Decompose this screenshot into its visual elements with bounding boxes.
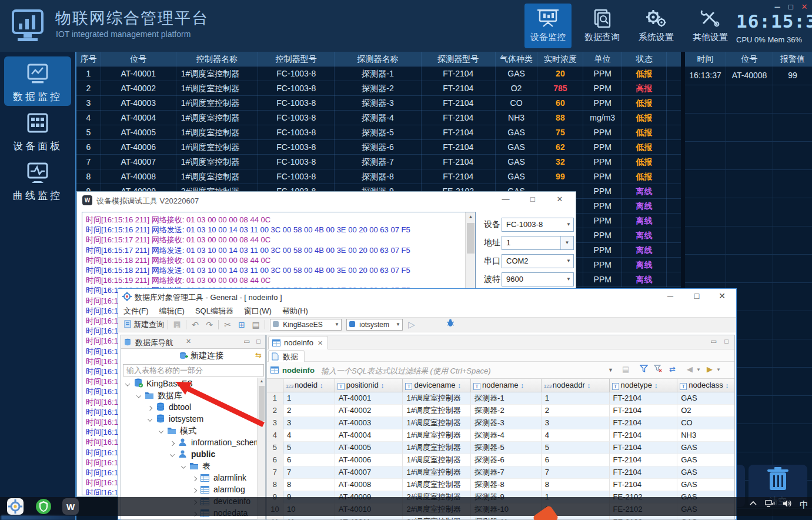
table-row[interactable]: 7AT-400071#调度室控制器FC-1003-8探测器-7FT-2104GA… bbox=[76, 155, 681, 169]
filter-dropdown-icon[interactable]: ▼ bbox=[608, 367, 613, 373]
nav-item-4[interactable]: 其他设置 bbox=[687, 4, 734, 48]
chevron-right-icon[interactable] bbox=[148, 406, 152, 411]
sort-icon[interactable]: ↕ bbox=[726, 382, 729, 389]
grid-column-header-nodeid[interactable]: 123nodeid↕ bbox=[283, 379, 335, 392]
navigator-tab-close-icon[interactable]: ✕ bbox=[186, 338, 191, 345]
debug-maximize-button[interactable]: □ bbox=[526, 195, 539, 204]
window-minimize-button[interactable]: ─ bbox=[772, 2, 783, 11]
chevron-down-icon[interactable] bbox=[181, 464, 186, 468]
chevron-right-icon[interactable] bbox=[170, 441, 175, 446]
prev-page-icon[interactable]: ◀ bbox=[687, 365, 693, 374]
table-name-filter-input[interactable]: 输入表格名称的一部分 bbox=[123, 364, 264, 376]
window-close-button[interactable]: ✕ bbox=[799, 2, 810, 11]
combobox-波特[interactable]: 9600▼ bbox=[502, 272, 574, 286]
sort-icon[interactable]: ↕ bbox=[587, 382, 591, 389]
taskbar-w-app-icon[interactable]: W bbox=[62, 498, 79, 517]
tab-close-icon[interactable]: ✕ bbox=[318, 339, 323, 346]
tree-item-public[interactable]: public bbox=[121, 448, 258, 460]
chevron-right-icon[interactable] bbox=[192, 476, 197, 481]
clear-filter-icon[interactable] bbox=[654, 365, 662, 374]
debug-titlebar[interactable]: W 设备模拟调试工具 V20220607 — □ ✕ bbox=[77, 192, 576, 208]
tray-expand-icon[interactable] bbox=[749, 499, 757, 509]
frame-icon[interactable]: ⊞ bbox=[236, 318, 247, 332]
grid-row[interactable]: 55AT-400051#调度室控制器探测器-55FT-2104GAS bbox=[267, 442, 734, 454]
grid-row[interactable]: 1111AT-400112#调度室控制器探测器-113FE-2102GAS bbox=[267, 516, 734, 519]
navigator-tab[interactable]: 数据库导航 bbox=[135, 338, 173, 348]
tree-item-KingBaseES[interactable]: KingBaseES bbox=[121, 378, 258, 389]
table-row[interactable]: 1AT-400011#调度室控制器FC-1003-8探测器-1FT-2104GA… bbox=[76, 66, 681, 81]
save-filter-icon[interactable]: ▤ bbox=[622, 365, 629, 374]
run-icon[interactable]: ▷ bbox=[406, 318, 417, 332]
table-row[interactable]: 4AT-400041#调度室控制器FC-1003-8探测器-4FT-2104NH… bbox=[76, 111, 681, 125]
paste-icon[interactable]: ▤ bbox=[250, 318, 261, 332]
sort-icon[interactable]: ↕ bbox=[458, 382, 462, 389]
network-icon[interactable] bbox=[765, 499, 775, 509]
filter-funnel-icon[interactable] bbox=[640, 365, 648, 374]
chevron-down-icon[interactable] bbox=[148, 416, 152, 421]
menu-item-3[interactable]: SQL编辑器 bbox=[190, 304, 239, 318]
table-row[interactable]: 3AT-400031#调度室控制器FC-1003-8探测器-3FT-2104CO… bbox=[76, 96, 681, 111]
transfer-icon[interactable]: ⇄ bbox=[669, 365, 676, 374]
grid-row[interactable]: 88AT-400081#调度室控制器探测器-88FT-2104GAS bbox=[267, 479, 734, 491]
tree-item-模式[interactable]: 模式 bbox=[121, 425, 258, 436]
taskbar-shield-app-icon[interactable] bbox=[35, 498, 52, 517]
table-row[interactable]: 8AT-400081#调度室控制器FC-1003-8探测器-8FT-2104GA… bbox=[76, 169, 681, 184]
tree-item-dbtool[interactable]: dbtool bbox=[121, 401, 258, 413]
navigator-maximize-icon[interactable]: □ bbox=[256, 338, 260, 345]
subtab-data[interactable]: 数据 bbox=[268, 350, 305, 362]
nav-item-3[interactable]: 系统设置 bbox=[633, 4, 680, 48]
undo-icon[interactable]: ↶ bbox=[190, 318, 201, 332]
schema-combobox[interactable]: iotsystem▼ bbox=[346, 319, 403, 331]
taskbar-settings-app-icon[interactable] bbox=[7, 498, 24, 517]
table-row[interactable]: 2AT-400021#调度室控制器FC-1003-8探测器-2FT-2104O2… bbox=[76, 81, 681, 96]
editor-minimize-icon[interactable]: ▭ bbox=[711, 338, 717, 345]
tree-item-information_schem[interactable]: information_schem bbox=[121, 436, 258, 448]
link-editor-icon[interactable]: ⇆ bbox=[255, 351, 262, 359]
next-dropdown-icon[interactable]: ▼ bbox=[716, 367, 721, 372]
table-row[interactable]: 5AT-400051#调度室控制器FC-1003-8探测器-5FT-2104GA… bbox=[76, 125, 681, 140]
grid-column-header-nodename[interactable]: Tnodename↕ bbox=[471, 379, 542, 392]
new-query-button[interactable]: 新建查询 bbox=[122, 318, 164, 332]
tree-item-数据库[interactable]: 数据库 bbox=[121, 389, 258, 401]
tree-item-alarmlink[interactable]: alarmlink bbox=[121, 472, 258, 484]
chevron-down-icon[interactable]: ▼ bbox=[566, 273, 571, 286]
save-icon[interactable]: 🖪 bbox=[172, 318, 182, 332]
nav-item-1[interactable]: 设备监控 bbox=[524, 4, 572, 48]
grid-column-header-positionid[interactable]: Tpositionid↕ bbox=[335, 379, 403, 392]
tab-nodeinfo[interactable]: nodeinfo✕ bbox=[268, 336, 328, 349]
tree-item-表[interactable]: 表 bbox=[121, 460, 258, 472]
db-close-button[interactable]: ✕ bbox=[715, 291, 729, 301]
debug-minimize-button[interactable]: — bbox=[499, 195, 512, 204]
sort-icon[interactable]: ↕ bbox=[320, 382, 323, 389]
debug-bug-icon[interactable] bbox=[446, 318, 455, 332]
grid-row[interactable]: 44AT-400041#调度室控制器探测器-44FT-2104NH3 bbox=[267, 429, 734, 442]
menu-item-1[interactable]: 文件(F) bbox=[118, 304, 154, 318]
tree-item-nodeinfo[interactable]: nodeinfo bbox=[121, 519, 258, 519]
chevron-down-icon[interactable]: ▼ bbox=[566, 218, 571, 231]
navigator-minimize-icon[interactable]: ▭ bbox=[244, 338, 250, 345]
nav-item-2[interactable]: 数据查询 bbox=[579, 4, 626, 48]
sql-filter-input[interactable]: 输入一个SQL表达式以过滤结果 (使用 Ctrl+Space) bbox=[321, 366, 491, 376]
grid-column-header-nodeclass[interactable]: Tnodeclass↕ bbox=[677, 379, 734, 392]
volume-icon[interactable] bbox=[783, 499, 792, 509]
db-maximize-button[interactable]: □ bbox=[690, 291, 704, 301]
chevron-right-icon[interactable] bbox=[192, 488, 197, 493]
sort-icon[interactable]: ↕ bbox=[654, 382, 658, 389]
grid-row[interactable]: 11AT-400011#调度室控制器探测器-11FT-2104GAS bbox=[267, 392, 734, 405]
grid-column-header-devicename[interactable]: Tdevicename↕ bbox=[403, 379, 471, 392]
combobox-串口[interactable]: COM2▼ bbox=[502, 254, 574, 268]
sort-icon[interactable]: ↕ bbox=[381, 382, 385, 389]
chevron-down-icon[interactable] bbox=[125, 381, 130, 386]
new-connection-button[interactable]: 新建连接 bbox=[191, 351, 223, 361]
sidebar-item-3[interactable]: 曲线监控 bbox=[4, 155, 71, 205]
scroll-up-icon[interactable]: ▲ bbox=[258, 379, 266, 383]
window-maximize-button[interactable]: □ bbox=[786, 2, 796, 11]
menu-item-2[interactable]: 编辑(E) bbox=[154, 304, 190, 318]
cut-icon[interactable]: ✂ bbox=[222, 318, 233, 332]
scrollbar-thumb[interactable] bbox=[467, 223, 474, 254]
grid-column-header-nodetype[interactable]: Tnodetype↕ bbox=[610, 379, 678, 392]
sidebar-item-2[interactable]: 设备面板 bbox=[4, 106, 71, 155]
table-row[interactable]: 6AT-400061#调度室控制器FC-1003-8探测器-6FT-2104GA… bbox=[76, 140, 681, 155]
debug-close-button[interactable]: ✕ bbox=[553, 195, 566, 204]
tree-item-alarmlog[interactable]: alarmlog bbox=[121, 484, 258, 495]
